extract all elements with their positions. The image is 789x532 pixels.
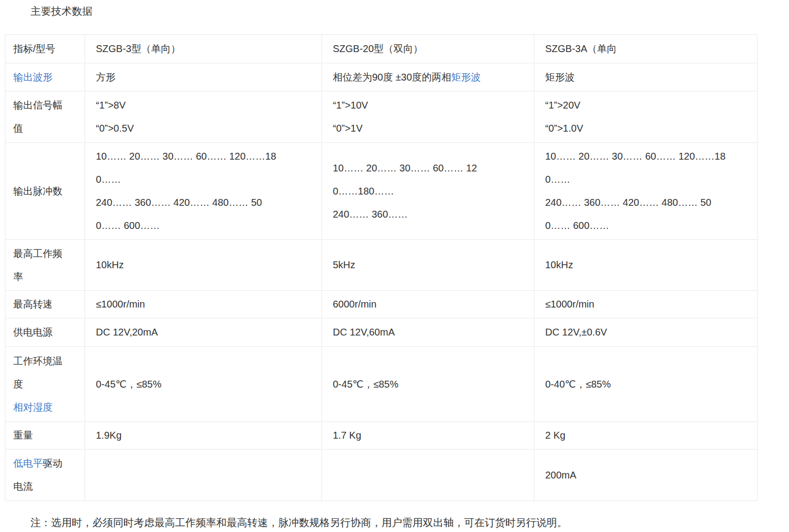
cell-amplitude-szgb3: “1”>8V “0”>0.5V xyxy=(85,91,322,143)
header-cell-indicator-model: 指标/型号 xyxy=(5,35,85,63)
row-working-environment: 工作环境温度 相对湿度 0-45℃，≤85% 0-45℃，≤85% 0-40℃，… xyxy=(5,347,758,422)
row-power-supply: 供电电源 DC 12V,20mA DC 12V,60mA DC 12V,±0.6… xyxy=(5,318,758,347)
working-environment-temperature-label: 工作环境温度 xyxy=(13,350,70,396)
cell-weight-szgb3: 1.9Kg xyxy=(85,422,322,449)
cell-pulses-szgb3: 10…… 20…… 30…… 60…… 120……18 0…… 240…… 36… xyxy=(85,143,322,240)
label-weight: 重量 xyxy=(5,422,85,449)
label-max-speed: 最高转速 xyxy=(5,291,85,318)
label-output-waveform: 输出波形 xyxy=(5,63,85,91)
amplitude-line: “0”>1V xyxy=(333,117,524,140)
pulses-line: 0…… xyxy=(96,168,312,191)
row-weight: 重量 1.9Kg 1.7 Kg 2 Kg xyxy=(5,422,758,449)
cell-waveform-szgb3: 方形 xyxy=(85,63,322,91)
cell-amplitude-szgb3a: “1”>20V “0”>1.0V xyxy=(534,91,758,143)
pulses-line: 10…… 20…… 30…… 60…… 120……18 xyxy=(96,145,312,168)
pulses-line: 10…… 20…… 30…… 60…… 120……18 xyxy=(545,145,747,168)
row-output-signal-amplitude: 输出信号幅值 “1”>8V “0”>0.5V “1”>10V “0”>1V “1… xyxy=(5,91,758,143)
cell-max-frequency-szgb3: 10kHz xyxy=(85,240,322,291)
cell-environment-szgb3: 0-45℃，≤85% xyxy=(85,347,322,422)
header-cell-szgb3a: SZGB-3A（单向 xyxy=(534,35,758,63)
output-waveform-link[interactable]: 输出波形 xyxy=(13,72,53,83)
table-header-row: 指标/型号 SZGB-3型（单向） SZGB-20型（双向） SZGB-3A（单… xyxy=(5,35,758,63)
cell-power-supply-szgb3: DC 12V,20mA xyxy=(85,318,322,347)
cell-power-supply-szgb3a: DC 12V,±0.6V xyxy=(534,318,758,347)
cell-drive-current-szgb20 xyxy=(322,449,534,501)
pulses-line: 0…… xyxy=(545,168,747,191)
label-max-working-frequency: 最高工作频率 xyxy=(5,240,85,291)
waveform-szgb20-text: 相位差为90度 ±30度的两相 xyxy=(333,72,451,83)
row-max-speed: 最高转速 ≤1000r/min 6000r/min ≤1000r/min xyxy=(5,291,758,318)
cell-max-frequency-szgb20: 5kHz xyxy=(322,240,534,291)
cell-waveform-szgb3a: 矩形波 xyxy=(534,63,758,91)
cell-weight-szgb3a: 2 Kg xyxy=(534,422,758,449)
cell-pulses-szgb3a: 10…… 20…… 30…… 60…… 120……18 0…… 240…… 36… xyxy=(534,143,758,240)
rect-wave-link[interactable]: 矩形波 xyxy=(451,72,481,83)
cell-max-speed-szgb20: 6000r/min xyxy=(322,291,534,318)
cell-pulses-szgb20: 10…… 20…… 30…… 60…… 12 0……180…… 240…… 36… xyxy=(322,143,534,240)
spec-table: 指标/型号 SZGB-3型（单向） SZGB-20型（双向） SZGB-3A（单… xyxy=(5,34,758,501)
amplitude-line: “1”>20V xyxy=(545,94,747,117)
page-title: 主要技术数据 xyxy=(30,4,789,19)
cell-weight-szgb20: 1.7 Kg xyxy=(322,422,534,449)
row-low-level-drive-current: 低电平驱动电流 200mA xyxy=(5,449,758,501)
pulses-line: 240…… 360…… 420…… 480…… 50 xyxy=(545,191,747,214)
amplitude-line: “0”>0.5V xyxy=(96,117,312,140)
pulses-line: 240…… 360…… xyxy=(333,203,524,226)
cell-environment-szgb20: 0-45℃，≤85% xyxy=(322,347,534,422)
label-power-supply: 供电电源 xyxy=(5,318,85,347)
label-output-signal-amplitude: 输出信号幅值 xyxy=(5,91,85,143)
row-output-waveform: 输出波形 方形 相位差为90度 ±30度的两相矩形波 矩形波 xyxy=(5,63,758,91)
label-output-pulse-count: 输出脉冲数 xyxy=(5,143,85,240)
label-working-environment: 工作环境温度 相对湿度 xyxy=(5,347,85,422)
table-footnote: 注：选用时，必须同时考虑最高工作频率和最高转速，脉冲数规格另行协商，用户需用双出… xyxy=(30,515,779,531)
pulses-line: 0…… 600…… xyxy=(96,214,312,237)
cell-environment-szgb3a: 0-40℃，≤85% xyxy=(534,347,758,422)
header-cell-szgb3: SZGB-3型（单向） xyxy=(85,35,322,63)
header-cell-szgb20: SZGB-20型（双向） xyxy=(322,35,534,63)
cell-max-speed-szgb3: ≤1000r/min xyxy=(85,291,322,318)
cell-drive-current-szgb3 xyxy=(85,449,322,501)
row-max-working-frequency: 最高工作频率 10kHz 5kHz 10kHz xyxy=(5,240,758,291)
relative-humidity-link[interactable]: 相对湿度 xyxy=(13,402,53,413)
cell-waveform-szgb20: 相位差为90度 ±30度的两相矩形波 xyxy=(322,63,534,91)
low-level-link[interactable]: 低电平 xyxy=(13,458,43,469)
cell-power-supply-szgb20: DC 12V,60mA xyxy=(322,318,534,347)
label-low-level-drive-current: 低电平驱动电流 xyxy=(5,449,85,501)
cell-max-frequency-szgb3a: 10kHz xyxy=(534,240,758,291)
cell-amplitude-szgb20: “1”>10V “0”>1V xyxy=(322,91,534,143)
amplitude-line: “1”>10V xyxy=(333,94,524,117)
pulses-line: 240…… 360…… 420…… 480…… 50 xyxy=(96,191,312,214)
pulses-line: 0……180…… xyxy=(333,180,524,203)
pulses-line: 10…… 20…… 30…… 60…… 12 xyxy=(333,157,524,180)
amplitude-line: “1”>8V xyxy=(96,94,312,117)
row-output-pulse-count: 输出脉冲数 10…… 20…… 30…… 60…… 120……18 0…… 24… xyxy=(5,143,758,240)
amplitude-line: “0”>1.0V xyxy=(545,117,747,140)
pulses-line: 0…… 600…… xyxy=(545,214,747,237)
cell-max-speed-szgb3a: ≤1000r/min xyxy=(534,291,758,318)
cell-drive-current-szgb3a: 200mA xyxy=(534,449,758,501)
